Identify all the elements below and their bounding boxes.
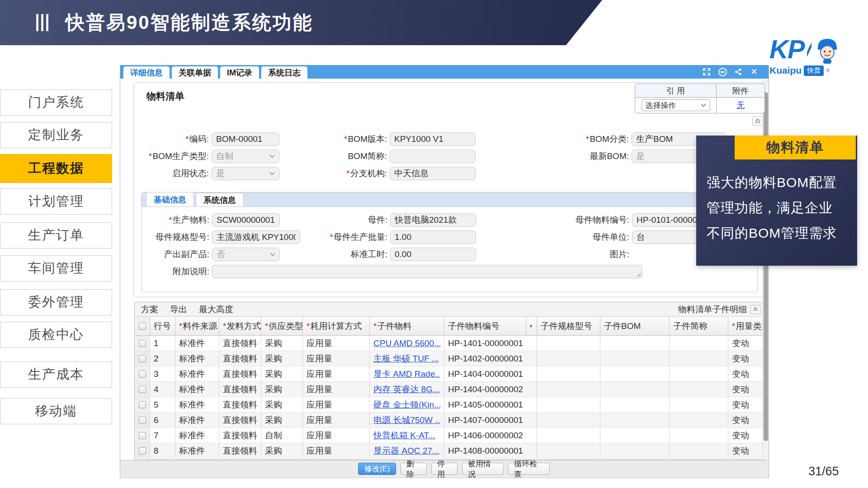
sidebar-item-quality-center[interactable]: 质检中心 xyxy=(0,322,112,348)
sidebar-item-planning[interactable]: 计划管理 xyxy=(0,188,112,215)
share-icon[interactable] xyxy=(734,67,743,76)
table-cell: 硬盘 金士顿(Kin... xyxy=(370,397,444,413)
attach-none-link[interactable]: 无 xyxy=(736,100,745,111)
table-cell: 变动 xyxy=(728,351,764,366)
close-icon[interactable]: ✕ xyxy=(750,67,759,76)
subitem-link[interactable]: 硬盘 金士顿(Kin... xyxy=(373,399,440,411)
disable-button[interactable]: 停用 xyxy=(431,463,458,475)
fullscreen-icon[interactable] xyxy=(702,67,711,76)
im-icon[interactable]: IM xyxy=(718,67,727,76)
window-tabbar: 详细信息 关联单据 IM记录 系统日志 IM xyxy=(120,65,769,79)
row-checkbox[interactable] xyxy=(139,432,146,439)
sidebar-item-production-cost[interactable]: 生产成本 xyxy=(0,361,112,388)
parent-spec-input[interactable]: 主流游戏机 KPY1000 xyxy=(212,230,300,244)
table-cell: 7 xyxy=(150,428,175,443)
row-checkbox[interactable] xyxy=(139,355,146,362)
table-cell xyxy=(537,443,600,459)
collapse-table-button[interactable] xyxy=(750,305,760,314)
tab-related-documents[interactable]: 关联单据 xyxy=(172,66,218,79)
subtab-basic-info[interactable]: 基础信息 xyxy=(146,192,194,206)
subitem-link[interactable]: 快普机箱 K-AT... xyxy=(373,430,435,441)
table-cell: 变动 xyxy=(728,382,764,397)
branch-input[interactable]: 中天信息 xyxy=(390,167,476,180)
column-header-child[interactable]: *子件物料 xyxy=(370,317,444,336)
loop-check-button[interactable]: 循环检查 xyxy=(508,463,550,475)
tab-im-records[interactable]: IM记录 xyxy=(220,66,259,79)
row-checkbox[interactable] xyxy=(139,401,146,408)
tab-detail-info[interactable]: 详细信息 xyxy=(123,66,170,79)
column-header-alias[interactable]: 子件简称 xyxy=(670,317,728,336)
column-header-usage[interactable]: *用量类型 xyxy=(728,317,764,336)
sidebar-item-portal[interactable]: 门户系统 xyxy=(0,89,112,116)
subitem-link[interactable]: 显卡 AMD Rade... xyxy=(373,368,440,380)
subitem-link[interactable]: 内存 英睿达 8G... xyxy=(373,384,440,395)
table-cell xyxy=(537,351,600,366)
column-header-issue[interactable]: *发料方式 xyxy=(219,317,261,336)
table-cell: 快普机箱 K-AT... xyxy=(370,428,444,443)
sidebar-item-production-order[interactable]: 生产订单 xyxy=(0,222,112,249)
subitem-link[interactable]: CPU AMD 5600... xyxy=(373,338,440,348)
sidebar-item-engineering-data[interactable]: 工程数据 xyxy=(0,154,112,183)
toolbar-scheme-button[interactable]: 方案 xyxy=(141,304,158,315)
column-header-source[interactable]: *料件来源 xyxy=(175,317,219,336)
toolbar-export-button[interactable]: 导出 xyxy=(170,304,187,315)
table-cell xyxy=(135,397,150,413)
bom-alias-input[interactable] xyxy=(390,150,476,163)
note-textarea[interactable] xyxy=(212,265,642,278)
prod-type-select[interactable]: 自制 xyxy=(212,150,279,163)
row-checkbox[interactable] xyxy=(139,371,146,378)
subitem-link[interactable]: 主板 华硕 TUF ... xyxy=(373,353,439,365)
delete-button[interactable]: 删除 xyxy=(401,463,427,475)
field-picture: 图片: xyxy=(535,248,629,261)
column-header-child_code[interactable]: 子件物料编号▼ xyxy=(444,317,537,336)
select-all-checkbox[interactable] xyxy=(139,323,146,330)
table-cell: 采购 xyxy=(261,413,303,428)
resize-handle-icon[interactable] xyxy=(637,272,641,277)
table-row: 4标准件直接领料采购应用量内存 英睿达 8G...HP-1404-0000000… xyxy=(135,382,765,397)
table-cell: 采购 xyxy=(261,382,303,397)
column-header-spec[interactable]: 子件规格型号 xyxy=(537,317,600,336)
toolbar-max-height-button[interactable]: 最大高度 xyxy=(199,304,233,315)
table-cell: 显示器 AOC 27... xyxy=(370,443,444,459)
table-cell: HP-1404-00000002 xyxy=(444,382,537,397)
table-cell: 1 xyxy=(150,336,175,351)
parent-input[interactable]: 快普电脑2021款 xyxy=(390,213,476,227)
sidebar-item-workshop[interactable]: 车间管理 xyxy=(0,255,112,282)
subitem-link[interactable]: 显示器 AOC 27... xyxy=(373,445,439,457)
bom-version-input[interactable]: KPY1000 V1 xyxy=(390,132,476,146)
std-hours-input[interactable]: 0.00 xyxy=(390,248,476,261)
collapse-form-button[interactable] xyxy=(752,116,763,126)
sidebar-item-mobile[interactable]: 移动端 xyxy=(0,398,112,424)
modify-button[interactable]: 修改(E) xyxy=(358,463,396,475)
logo-monogram: KP xyxy=(769,36,804,62)
column-filter-icon[interactable]: ▼ xyxy=(526,317,533,335)
table-cell: 直接领料 xyxy=(219,443,261,459)
field-enable-status: 启用状态: 是 xyxy=(146,167,279,180)
enable-status-select[interactable]: 是 xyxy=(212,167,279,180)
column-header-child_bom[interactable]: 子件BOM xyxy=(600,317,670,336)
sidebar-item-outsourcing[interactable]: 委外管理 xyxy=(0,289,112,315)
row-checkbox[interactable] xyxy=(139,386,146,393)
ref-action-select[interactable]: 选择操作 xyxy=(642,99,710,111)
row-checkbox[interactable] xyxy=(139,417,146,424)
table-cell: 变动 xyxy=(728,397,764,413)
table-cell: HP-1406-00000002 xyxy=(444,428,537,443)
prod-material-input[interactable]: SCW00000001 xyxy=(212,213,280,227)
subtab-system-info[interactable]: 系统信息 xyxy=(196,193,244,206)
table-cell: 2 xyxy=(150,351,175,366)
sidebar-item-custom[interactable]: 定制业务 xyxy=(0,122,112,148)
column-header-calc[interactable]: *耗用计算方式 xyxy=(303,317,370,336)
column-header-check xyxy=(135,317,150,336)
column-header-supply[interactable]: *供应类型 xyxy=(261,317,303,336)
table-cell: HP-1405-00000001 xyxy=(444,397,537,413)
subitem-link[interactable]: 电源 长城750W ... xyxy=(373,414,440,426)
usage-status-button[interactable]: 被用情况 xyxy=(462,463,504,475)
byproduct-select[interactable]: 否 xyxy=(212,248,280,261)
column-header-line_no[interactable]: 行号 xyxy=(150,317,175,336)
table-cell: 直接领料 xyxy=(219,397,261,413)
row-checkbox[interactable] xyxy=(139,340,146,347)
row-checkbox[interactable] xyxy=(139,447,146,455)
tab-system-log[interactable]: 系统日志 xyxy=(261,66,307,79)
parent-batch-input[interactable]: 1.00 xyxy=(390,230,476,244)
code-input[interactable]: BOM-00001 xyxy=(212,132,279,146)
